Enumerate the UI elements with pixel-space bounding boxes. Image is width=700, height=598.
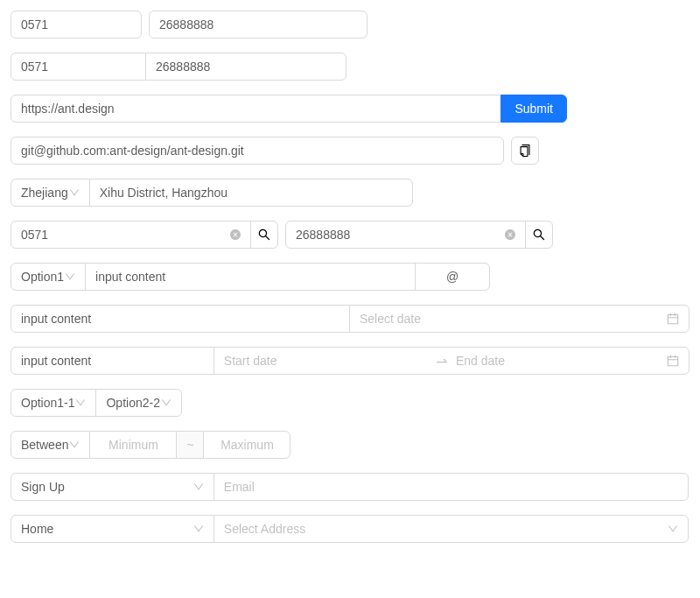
between-label: Between [21, 438, 68, 452]
min-input[interactable] [89, 431, 177, 459]
chevron-down-icon [193, 482, 204, 492]
clear-icon[interactable] [230, 229, 241, 240]
copy-icon [519, 144, 531, 157]
province-select[interactable]: Zhejiang [10, 179, 90, 207]
area-code-input[interactable] [10, 53, 146, 81]
range-picker[interactable]: Start date End date [214, 347, 690, 375]
content-input[interactable] [85, 263, 416, 291]
province-label: Zhejiang [21, 186, 68, 200]
search-b-button[interactable] [525, 221, 553, 249]
signup-select[interactable]: Sign Up [10, 473, 214, 501]
search-a-input[interactable] [21, 228, 230, 242]
area-code-input[interactable] [10, 11, 142, 39]
max-input[interactable] [203, 431, 290, 459]
search-icon [258, 229, 270, 241]
option1-label: Option1 [21, 270, 64, 284]
row-input-date: Select date [10, 305, 690, 333]
start-placeholder: Start date [224, 354, 428, 368]
home-label: Home [21, 522, 53, 536]
row-province-address: Zhejiang [10, 179, 413, 207]
range-separator: ~ [176, 431, 204, 459]
end-placeholder: End date [456, 354, 660, 368]
date-picker[interactable]: Select date [349, 305, 690, 333]
calendar-icon [667, 355, 679, 367]
signup-label: Sign Up [21, 480, 65, 494]
phone-input[interactable] [149, 11, 368, 39]
home-select[interactable]: Home [10, 515, 214, 543]
chevron-down-icon [65, 271, 75, 282]
address-placeholder: Select Address [224, 522, 305, 536]
date-placeholder: Select date [360, 312, 421, 326]
search-a-button[interactable] [250, 221, 278, 249]
content-input[interactable] [10, 347, 214, 375]
search-b-wrap[interactable] [285, 221, 526, 249]
address-cascader[interactable]: Select Address [214, 515, 689, 543]
chevron-down-icon [69, 440, 80, 450]
arrow-right-icon [435, 354, 449, 368]
row-between-range: Between ~ [10, 431, 690, 459]
copy-button[interactable] [511, 137, 539, 165]
chevron-down-icon [193, 524, 204, 534]
chevron-down-icon [161, 397, 172, 408]
clear-icon[interactable] [505, 229, 515, 240]
chevron-down-icon [69, 187, 80, 198]
select-a[interactable]: Option1-1 [10, 389, 96, 417]
search-a-wrap[interactable] [10, 221, 251, 249]
row-url-submit: Submit [10, 95, 690, 123]
row-search-pair [10, 221, 553, 249]
row-phone-compact [10, 53, 690, 81]
chevron-down-icon [668, 524, 678, 534]
email-input[interactable] [214, 473, 689, 501]
search-icon [533, 229, 545, 241]
submit-button[interactable]: Submit [500, 95, 567, 123]
at-addon: @ [415, 263, 490, 291]
select-a-label: Option1-1 [21, 396, 74, 410]
row-phone-spaced [10, 11, 690, 39]
row-option-input-at: Option1 @ [10, 263, 490, 291]
phone-input[interactable] [145, 53, 346, 81]
select-b[interactable]: Option2-2 [95, 389, 181, 417]
chevron-down-icon [75, 397, 86, 408]
between-select[interactable]: Between [10, 431, 90, 459]
git-input[interactable] [10, 137, 504, 165]
select-b-label: Option2-2 [106, 396, 159, 410]
content-input[interactable] [10, 305, 350, 333]
search-b-input[interactable] [296, 228, 505, 242]
url-input[interactable] [10, 95, 501, 123]
option1-select[interactable]: Option1 [10, 263, 86, 291]
row-two-selects: Option1-1 Option2-2 [10, 389, 690, 417]
row-home-address: Home Select Address [10, 515, 690, 543]
row-input-range: Start date End date [10, 347, 690, 375]
row-git-copy [10, 137, 539, 165]
address-input[interactable] [89, 179, 413, 207]
row-signup-email: Sign Up [10, 473, 690, 501]
calendar-icon [667, 313, 679, 325]
